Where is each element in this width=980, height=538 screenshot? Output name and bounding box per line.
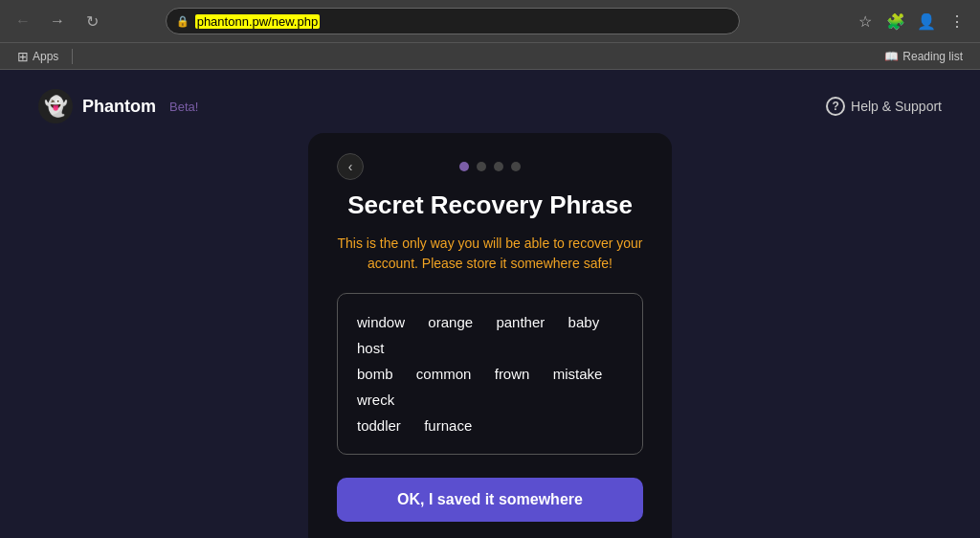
url-text: phantonn.pw/new.php <box>195 14 321 29</box>
apps-button[interactable]: ⊞ Apps <box>11 47 64 66</box>
forward-button[interactable]: → <box>44 8 71 34</box>
help-support-button[interactable]: ? Help & Support <box>826 97 942 116</box>
help-support-label: Help & Support <box>851 99 942 114</box>
phantom-name: Phantom <box>82 97 156 117</box>
phrase-box: window orange panther baby host bomb com… <box>337 293 643 455</box>
phantom-logo: 👻 Phantom Beta! <box>38 89 198 123</box>
toolbar-right: ☆ 🧩 👤 ⋮ <box>852 8 970 34</box>
extensions-button[interactable]: 🧩 <box>882 8 909 34</box>
dot-2 <box>477 162 486 171</box>
bookmarks-divider <box>72 49 73 64</box>
step-dots-nav: ‹ <box>337 162 643 171</box>
dot-4 <box>511 162 521 171</box>
back-button[interactable]: ← <box>10 8 36 34</box>
bookmark-star-button[interactable]: ☆ <box>852 8 879 34</box>
bookmarks-bar: ⊞ Apps 📖 Reading list <box>0 42 980 69</box>
page-content: 👻 Phantom Beta! ? Help & Support ‹ Secre… <box>0 70 980 538</box>
reload-button[interactable]: ↻ <box>78 8 105 34</box>
browser-toolbar: ← → ↻ 🔒 phantonn.pw/new.php ☆ 🧩 👤 ⋮ <box>0 0 980 42</box>
reading-list-icon: 📖 <box>884 50 899 63</box>
address-bar[interactable]: 🔒 phantonn.pw/new.php <box>166 8 740 34</box>
recovery-phrase-card: ‹ Secret Recovery Phrase This is the onl… <box>308 133 672 538</box>
menu-button[interactable]: ⋮ <box>944 8 970 34</box>
apps-grid-icon: ⊞ <box>17 49 29 64</box>
card-subtitle: This is the only way you will be able to… <box>337 234 643 274</box>
dot-3 <box>494 162 503 171</box>
phrase-text: window orange panther baby host bomb com… <box>357 309 623 438</box>
card-title: Secret Recovery Phrase <box>347 191 633 220</box>
apps-label: Apps <box>33 50 58 63</box>
dot-1 <box>459 162 469 171</box>
help-icon: ? <box>826 97 845 116</box>
phantom-beta-badge: Beta! <box>169 100 198 114</box>
profile-button[interactable]: 👤 <box>913 8 940 34</box>
reading-list-label: Reading list <box>902 50 963 63</box>
ok-saved-button[interactable]: OK, I saved it somewhere <box>337 478 643 522</box>
phantom-ghost-icon: 👻 <box>38 89 73 123</box>
card-back-button[interactable]: ‹ <box>337 153 364 180</box>
extension-top-bar: 👻 Phantom Beta! ? Help & Support <box>0 89 980 123</box>
reading-list-button[interactable]: 📖 Reading list <box>879 48 969 65</box>
lock-icon: 🔒 <box>176 15 189 28</box>
browser-chrome: ← → ↻ 🔒 phantonn.pw/new.php ☆ 🧩 👤 ⋮ ⊞ Ap… <box>0 0 980 70</box>
